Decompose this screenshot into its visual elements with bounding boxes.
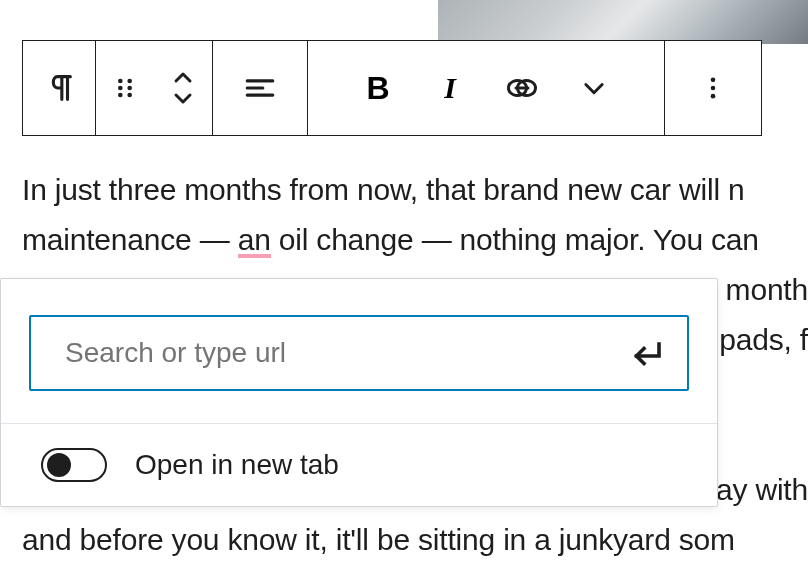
chevron-up-down-icon	[169, 68, 197, 108]
link-search-row	[1, 279, 717, 423]
svg-point-10	[711, 78, 716, 83]
open-new-tab-row: Open in new tab	[1, 424, 717, 506]
link-button[interactable]	[486, 41, 558, 135]
italic-icon: I	[444, 71, 456, 105]
enter-icon	[629, 335, 665, 371]
featured-image	[438, 0, 808, 44]
open-new-tab-toggle[interactable]	[41, 448, 107, 482]
drag-handle[interactable]	[96, 41, 154, 135]
svg-point-11	[711, 86, 716, 91]
svg-point-1	[127, 79, 132, 84]
more-vertical-icon	[699, 74, 727, 102]
submit-link-button[interactable]	[623, 329, 671, 377]
svg-point-0	[118, 79, 123, 84]
more-options-button[interactable]	[665, 41, 761, 135]
drag-icon	[111, 74, 139, 102]
open-new-tab-label: Open in new tab	[135, 449, 339, 481]
svg-point-2	[118, 86, 123, 91]
url-input[interactable]	[63, 336, 623, 370]
svg-point-5	[127, 93, 132, 98]
svg-point-12	[711, 94, 716, 99]
link-icon	[504, 70, 540, 106]
svg-point-4	[118, 93, 123, 98]
text-fragment: and before you know it, it'll be sitting…	[22, 523, 735, 556]
svg-point-3	[127, 86, 132, 91]
link-popover: Open in new tab	[0, 278, 718, 507]
align-left-icon	[243, 71, 277, 105]
url-input-container	[29, 315, 689, 391]
paragraph-block-button[interactable]	[23, 41, 95, 135]
text-fragment: In just three months from now, that bran…	[22, 173, 744, 206]
italic-button[interactable]: I	[414, 41, 486, 135]
bold-button[interactable]: B	[342, 41, 414, 135]
text-fragment: oil change — nothing major. You can	[271, 223, 759, 256]
more-inline-button[interactable]	[558, 41, 630, 135]
block-toolbar: B I	[22, 40, 762, 136]
chevron-down-icon	[580, 74, 608, 102]
paragraph-icon	[42, 71, 76, 105]
align-button[interactable]	[213, 41, 307, 135]
bold-icon: B	[366, 70, 389, 107]
spellcheck-underline: an	[238, 223, 271, 256]
move-up-down-button[interactable]	[154, 41, 212, 135]
text-fragment: maintenance —	[22, 223, 238, 256]
toggle-knob	[47, 453, 71, 477]
